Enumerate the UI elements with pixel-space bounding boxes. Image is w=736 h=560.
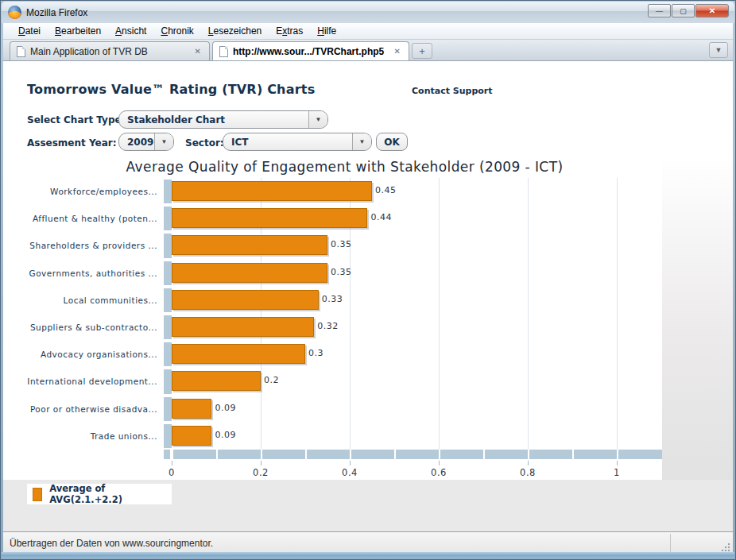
plot-area: 0.450.440.350.350.330.320.30.20.090.0900… [164,178,662,480]
tick-mark [617,461,618,465]
bar-row: 0.33 [164,287,662,314]
chart-type-label: Select Chart Type: [27,114,125,126]
menu-hilfe[interactable]: Hilfe [310,24,343,38]
bar-row: 0.45 [164,178,662,205]
menu-bearbeiten[interactable]: Bearbeiten [48,24,108,38]
tick-label: 0.8 [512,467,544,478]
chevron-down-icon: ▼ [352,133,371,150]
menu-lesezeichen[interactable]: Lesezeichen [201,24,269,38]
bar [172,371,261,391]
value-label: 0.09 [215,403,236,413]
value-label: 0.44 [370,212,392,222]
sector-select[interactable]: ICT ▼ [223,133,372,151]
axis-segment [164,342,172,366]
axis-segment [164,234,172,257]
year-label: Assesment Year: [27,137,117,149]
bar-row: 0.09 [164,423,662,450]
page-content: Tomorrows Value™ Rating (TVR) Charts Con… [3,61,733,531]
axis-segment [164,180,172,203]
bar-chart: Average Quality of Engagement with Stake… [27,156,662,480]
new-tab-button[interactable]: + [412,43,432,59]
axis-segment [164,288,172,312]
axis-segment [164,369,172,393]
category-label: Shareholders & providers ... [27,232,161,259]
bar-row: 0.09 [164,396,662,423]
tick-label: 1 [601,467,633,478]
category-axis: Workforce/employees...Affluent & healthy… [27,178,161,450]
legend-swatch [33,488,42,501]
bar [172,317,314,337]
category-label: Advocacy organisations... [27,341,161,368]
tab-close-icon[interactable]: ✕ [393,47,402,56]
strip-separator [216,450,218,459]
axis-segment [164,261,172,285]
close-button[interactable]: ✕ [695,4,729,17]
status-text: Übertragen der Daten von www.sourcingmen… [10,538,213,549]
status-separator [670,534,671,553]
menu-bar: Datei Bearbeiten Ansicht Chronik Lesezei… [3,23,733,40]
category-label: Affluent & healthy (poten... [27,205,161,232]
category-label: Local communities... [27,287,161,314]
title-bar[interactable]: Mozilla Firefox — ▢ ✕ [2,2,734,23]
browser-window: Mozilla Firefox — ▢ ✕ Datei Bearbeiten A… [0,0,736,560]
menu-chronik[interactable]: Chronik [153,24,200,38]
strip-separator [394,450,396,459]
menu-datei[interactable]: Datei [11,24,48,38]
bar-row: 0.2 [164,368,662,395]
strip-separator [261,450,262,459]
tab-bar: Main Application of TVR DB ✕ http://www.… [3,40,733,61]
page-background-shade [662,156,733,480]
strip-separator [528,450,529,459]
menu-ansicht[interactable]: Ansicht [108,24,153,38]
chart-title: Average Quality of Engagement with Stake… [27,159,662,175]
contact-support-link[interactable]: Contact Support [412,86,493,96]
axis-segment [164,315,172,339]
minimize-button[interactable]: — [648,4,671,17]
strip-separator [172,450,173,459]
chart-type-select[interactable]: Stakeholder Chart ▼ [118,110,328,129]
axis-segment [164,424,172,448]
legend-label: Average of AVG(2.1.+2.2) [49,483,172,505]
tick-label: 0.4 [334,467,366,478]
tab-label: Main Application of TVR DB [30,46,188,57]
tab-tvrchart[interactable]: http://www.sour.../TVRChart.php5 ✕ [212,41,409,60]
bar-row: 0.32 [164,314,662,341]
tick-mark [261,461,261,465]
year-select[interactable]: 2009 ▼ [118,133,174,151]
category-label: Governments, authorities ... [27,260,161,287]
value-label: 0.2 [264,375,279,385]
value-label: 0.33 [322,294,343,304]
category-label: International development... [27,368,161,395]
category-label: Workforce/employees... [27,178,161,205]
page-icon [219,46,228,57]
axis-segment [164,207,172,230]
menu-extras[interactable]: Extras [269,24,310,38]
tick-label: 0.2 [245,467,277,478]
bar-row: 0.35 [164,260,662,287]
bar [172,344,305,364]
strip-separator [483,450,485,459]
strip-separator [617,450,618,459]
status-bar: Übertragen der Daten von www.sourcingmen… [3,531,733,554]
value-label: 0.32 [317,321,339,331]
page-icon [17,46,25,57]
value-label: 0.09 [215,430,236,440]
tick-mark [439,461,440,465]
strip-separator [572,450,574,459]
strip-separator [439,450,440,459]
maximize-button[interactable]: ▢ [672,4,695,17]
tick-label: 0 [156,467,188,478]
value-label: 0.35 [331,239,352,249]
tab-close-icon[interactable]: ✕ [193,47,203,56]
ok-button[interactable]: OK [376,133,408,151]
firefox-logo-icon [8,6,21,19]
tab-main-application[interactable]: Main Application of TVR DB ✕ [10,41,210,60]
category-label: Poor or otherwise disadva... [27,396,161,423]
window-title: Mozilla Firefox [26,7,87,18]
resize-grip-icon[interactable] [720,542,730,552]
tick-mark [172,461,172,465]
tick-mark [528,461,529,465]
list-all-tabs-button[interactable]: ▼ [709,42,728,58]
window-frame-bottom [2,552,734,558]
bar [172,290,319,310]
